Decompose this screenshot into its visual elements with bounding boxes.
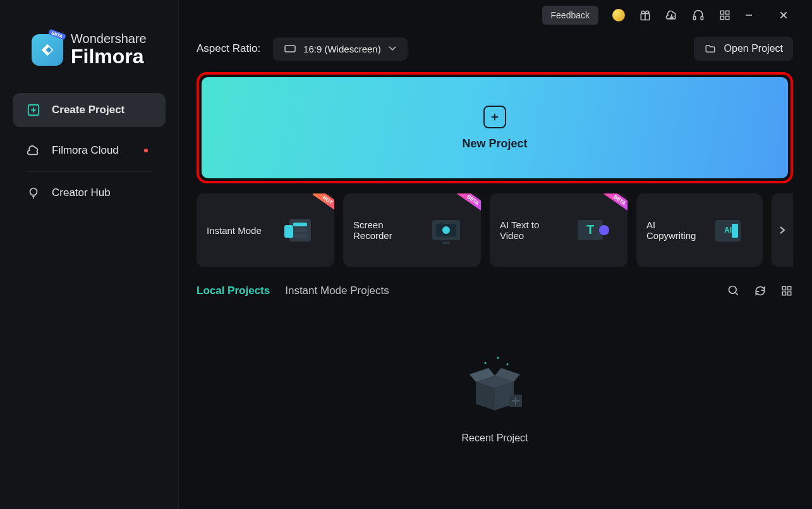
svg-rect-20 (285, 46, 295, 52)
sidebar-item-label: Filmora Cloud (52, 144, 119, 157)
svg-rect-13 (720, 11, 724, 14)
new-project-button[interactable]: New Project (202, 77, 788, 178)
cloud-icon (27, 144, 40, 157)
sidebar-item-label: Creator Hub (52, 187, 111, 199)
card-ai-text-to-video[interactable]: BETA AI Text to Video T (490, 193, 627, 267)
svg-rect-14 (726, 11, 729, 14)
cards-next-button[interactable] (772, 193, 793, 267)
content: Aspect Ratio: 16:9 (Widescreen) (179, 30, 812, 509)
svg-rect-37 (732, 224, 738, 238)
svg-rect-16 (726, 16, 729, 20)
aspect-ratio-label: Aspect Ratio: (197, 42, 260, 55)
card-instant-mode[interactable]: HOT Instant Mode (197, 193, 334, 267)
screen-recorder-icon (420, 208, 471, 252)
grid-view-icon[interactable] (780, 285, 793, 297)
svg-point-34 (599, 225, 609, 235)
new-project-label: New Project (462, 137, 527, 150)
refresh-icon[interactable] (754, 285, 767, 297)
card-title: AI Text to Video (500, 219, 561, 241)
feedback-button[interactable]: Feedback (542, 6, 598, 25)
feature-cards: HOT Instant Mode BETA Screen Recorder BE… (197, 193, 793, 267)
beta-badge: BETA (600, 193, 627, 212)
notification-dot-icon (144, 149, 148, 152)
aspect-ratio-value: 16:9 (Widescreen) (303, 44, 381, 54)
svg-text:AI: AI (724, 226, 732, 235)
plus-box-icon (483, 106, 506, 128)
aspect-ratio-select[interactable]: 16:9 (Widescreen) (273, 37, 408, 61)
sidebar-item-label: Create Project (52, 104, 124, 116)
card-title: Instant Mode (207, 225, 267, 236)
svg-line-39 (736, 293, 738, 295)
tabs-row: Local Projects Instant Mode Projects (197, 285, 793, 297)
nav-divider (27, 171, 152, 172)
empty-box-icon (460, 350, 530, 420)
svg-rect-11 (694, 16, 696, 20)
ai-copywriting-icon: AI (702, 208, 753, 252)
svg-point-50 (497, 357, 499, 359)
svg-point-49 (485, 362, 487, 364)
titlebar: Feedback (179, 0, 812, 30)
search-icon[interactable] (727, 285, 740, 297)
card-title: AI Copywriting (646, 219, 696, 241)
card-title: Screen Recorder (353, 219, 414, 241)
chevron-right-icon (779, 226, 785, 235)
sidebar: BETA Wondershare Filmora Create Project … (0, 0, 179, 509)
svg-rect-24 (293, 223, 307, 226)
sidebar-nav: Create Project Filmora Cloud Creator Hub (0, 93, 178, 210)
grid-icon[interactable] (718, 9, 731, 21)
empty-label: Recent Project (462, 432, 528, 444)
brand-name: Wondershare (71, 32, 147, 46)
app-logo-icon: BETA (32, 34, 63, 66)
instant-mode-icon (274, 208, 324, 252)
card-ai-copywriting[interactable]: AI Copywriting AI (636, 193, 763, 267)
main: Feedback Aspect Ratio: (179, 0, 812, 509)
svg-text:T: T (586, 223, 594, 236)
svg-point-30 (442, 226, 450, 234)
svg-rect-12 (701, 16, 703, 20)
svg-rect-43 (788, 292, 791, 295)
product-name: Filmora (71, 46, 147, 68)
svg-rect-41 (788, 286, 791, 290)
new-project-highlight: New Project (197, 72, 793, 183)
svg-rect-31 (442, 242, 450, 244)
cloud-download-icon[interactable] (665, 9, 678, 21)
svg-rect-26 (293, 234, 307, 238)
svg-point-38 (729, 286, 737, 294)
svg-rect-42 (782, 292, 785, 295)
close-button[interactable] (779, 11, 799, 20)
svg-point-51 (507, 363, 509, 365)
hot-badge: HOT (306, 193, 334, 212)
projects-empty-state: Recent Project (197, 297, 793, 496)
chevron-down-icon (389, 46, 396, 51)
sidebar-item-create-project[interactable]: Create Project (13, 93, 166, 127)
open-project-button[interactable]: Open Project (694, 37, 793, 61)
bulb-icon (27, 186, 40, 200)
svg-rect-25 (293, 228, 307, 232)
tab-instant-mode-projects[interactable]: Instant Mode Projects (285, 285, 389, 297)
sidebar-item-filmora-cloud[interactable]: Filmora Cloud (13, 133, 166, 168)
logo-badge: BETA (49, 28, 66, 40)
open-project-label: Open Project (724, 43, 783, 54)
card-screen-recorder[interactable]: BETA Screen Recorder (343, 193, 481, 267)
rectangle-icon (284, 45, 296, 52)
tab-local-projects[interactable]: Local Projects (197, 285, 270, 297)
beta-badge: BETA (453, 193, 481, 212)
sidebar-item-creator-hub[interactable]: Creator Hub (13, 176, 166, 210)
svg-rect-27 (284, 225, 293, 238)
folder-icon (704, 43, 717, 54)
gift-icon[interactable] (639, 9, 651, 21)
text-to-video-icon: T (567, 208, 617, 252)
logo: BETA Wondershare Filmora (0, 0, 178, 93)
svg-rect-15 (720, 16, 724, 20)
plus-box-icon (27, 103, 40, 117)
top-row: Aspect Ratio: 16:9 (Widescreen) (197, 37, 793, 61)
headphones-icon[interactable] (692, 9, 705, 21)
minimize-button[interactable] (745, 11, 765, 19)
svg-rect-40 (782, 286, 785, 290)
svg-point-5 (30, 188, 37, 195)
user-avatar-icon[interactable] (612, 9, 625, 21)
